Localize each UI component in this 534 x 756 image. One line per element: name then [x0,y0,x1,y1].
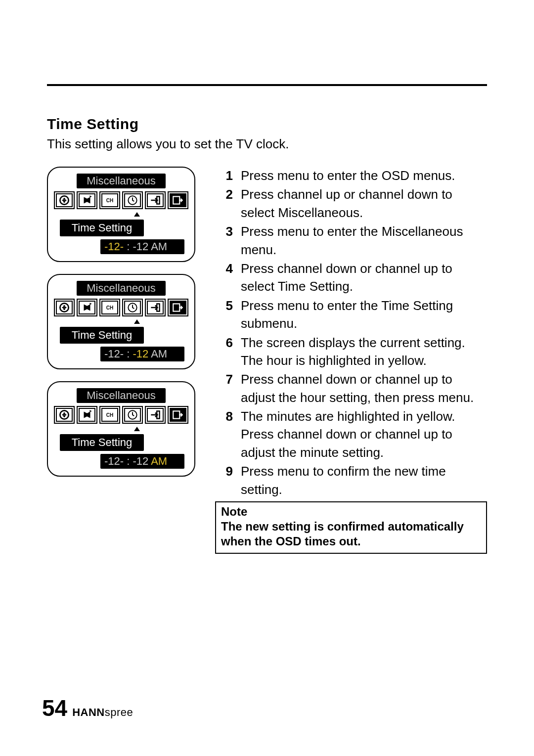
hour-value: -12- [104,455,124,467]
osd-header: Miscellaneous [77,174,166,188]
step-text: Press channel down or channel up to adju… [241,370,487,406]
svg-rect-4 [173,196,179,204]
step-text: Press menu to enter the Miscellaneous me… [241,222,487,259]
step-text: The minutes are highlighted in yellow. P… [241,407,487,461]
step-item: 9Press menu to confirm the new time sett… [215,462,487,498]
page-footer: 54 HANNspree [42,695,133,721]
clock-icon [122,299,143,316]
steps-list: 1Press menu to enter the OSD menus. 2Pre… [215,167,487,498]
step-number: 6 [215,334,233,370]
step-number: 2 [215,185,233,222]
intro-text: This setting allows you to set the TV cl… [47,136,487,152]
step-item: 2Press channel up or channel down to sel… [215,185,487,222]
osd-item-label: Time Setting [60,220,144,236]
audio-settings-icon [77,406,97,424]
step-number: 3 [215,222,233,259]
step-item: 5Press menu to enter the Time Setting su… [215,297,487,333]
picture-settings-icon [54,299,75,316]
exit-icon [168,191,188,209]
osd-time-value: -12- : -12 AM [100,454,184,469]
osd-panel-ampm: Miscellaneous CH [47,381,195,477]
exit-icon [168,406,188,424]
step-number: 1 [215,167,233,184]
exit-icon [168,299,188,316]
step-number: 9 [215,462,233,498]
channel-icon: CH [99,406,120,424]
content-columns: Miscellaneous CH [47,167,487,554]
minute-value-highlighted: -12 [133,348,148,360]
step-text: Press menu to confirm the new time setti… [241,462,487,498]
channel-icon: CH [99,191,120,209]
page: Time Setting This setting allows you to … [0,0,534,574]
step-item: 7Press channel down or channel up to adj… [215,370,487,406]
step-text: Press channel down or channel up to sele… [241,260,487,296]
step-number: 5 [215,297,233,333]
note-label: Note [221,504,481,519]
ampm: AM [148,240,167,253]
svg-rect-14 [173,411,179,418]
step-number: 7 [215,370,233,406]
horizontal-rule [47,84,487,86]
selected-tab-indicator [127,427,147,431]
step-item: 6The screen displays the current setting… [215,334,487,370]
selected-tab-indicator [127,212,147,217]
ampm: AM [148,348,167,360]
step-number: 4 [215,260,233,296]
page-number: 54 [42,695,67,721]
osd-header: Miscellaneous [77,388,166,403]
svg-rect-9 [173,304,179,311]
osd-panel-minute: Miscellaneous CH [47,274,195,369]
step-text: The screen displays the current setting.… [241,334,487,370]
step-text: Press channel up or channel down to sele… [241,185,487,222]
audio-settings-icon [77,299,97,316]
time-separator: : [124,240,133,253]
note-box: Note The new setting is confirmed automa… [215,501,487,554]
osd-tab-row: CH [54,191,188,209]
brand-rest: spree [105,706,134,718]
step-item: 8The minutes are highlighted in yellow. … [215,407,487,461]
step-item: 1Press menu to enter the OSD menus. [215,167,487,184]
input-icon [145,406,166,424]
osd-tab-row: CH [54,299,188,316]
brand-bold: HANN [72,706,105,718]
instructions-column: 1Press menu to enter the OSD menus. 2Pre… [215,167,487,554]
minute-value: -12 [133,455,148,467]
step-text: Press menu to enter the OSD menus. [241,167,487,184]
step-number: 8 [215,407,233,461]
time-separator: : [124,455,133,467]
osd-previews-column: Miscellaneous CH [47,167,195,477]
note-body: The new setting is confirmed automatical… [221,519,481,549]
picture-settings-icon [54,191,75,209]
channel-icon: CH [99,299,120,316]
ampm-highlighted: AM [148,455,167,467]
audio-settings-icon [77,191,97,209]
picture-settings-icon [54,406,75,424]
svg-marker-11 [89,410,91,412]
osd-header: Miscellaneous [77,281,166,296]
svg-marker-1 [89,195,91,197]
time-separator: : [124,348,133,360]
hour-value-highlighted: -12- [104,240,124,253]
osd-time-value: -12- : -12 AM [100,347,184,361]
minute-value: -12 [133,240,148,253]
step-text: Press menu to enter the Time Setting sub… [241,297,487,333]
clock-icon [122,191,143,209]
osd-item-label: Time Setting [60,434,144,451]
osd-panel-hour: Miscellaneous CH [47,167,195,262]
selected-tab-indicator [127,319,147,324]
hour-value: -12- [104,348,124,360]
osd-tab-row: CH [54,406,188,424]
svg-marker-6 [89,303,91,305]
brand-logo: HANNspree [72,706,133,719]
step-item: 4Press channel down or channel up to sel… [215,260,487,296]
input-icon [145,191,166,209]
input-icon [145,299,166,316]
step-item: 3Press menu to enter the Miscellaneous m… [215,222,487,259]
section-title: Time Setting [47,116,487,133]
osd-item-label: Time Setting [60,327,144,344]
clock-icon [122,406,143,424]
osd-time-value: -12- : -12 AM [100,239,184,254]
